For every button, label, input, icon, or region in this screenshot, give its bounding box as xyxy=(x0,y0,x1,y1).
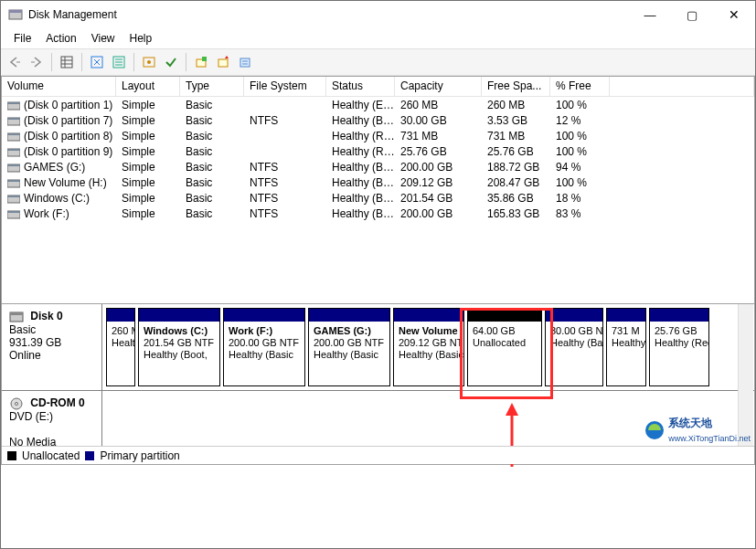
toolbar-separator xyxy=(51,53,52,71)
col-free[interactable]: Free Spa... xyxy=(482,77,550,96)
menu-view[interactable]: View xyxy=(84,30,122,47)
volume-row[interactable]: GAMES (G:)SimpleBasicNTFSHealthy (B…200.… xyxy=(2,159,754,174)
row-volume: GAMES (G:) xyxy=(24,161,85,174)
row-layout: Simple xyxy=(116,99,180,111)
row-pct: 12 % xyxy=(550,114,610,127)
col-layout[interactable]: Layout xyxy=(116,77,180,96)
row-volume: Windows (C:) xyxy=(24,192,90,205)
row-fs: NTFS xyxy=(244,114,326,127)
eject-icon[interactable] xyxy=(213,52,233,72)
partition-status: Healthy (Basic xyxy=(399,349,459,361)
row-fs: NTFS xyxy=(244,192,326,205)
svg-rect-26 xyxy=(7,149,20,151)
row-layout: Simple xyxy=(116,207,180,220)
watermark-text2: www.XiTongTianDi.net xyxy=(668,434,751,443)
column-headers: Volume Layout Type File System Status Ca… xyxy=(2,77,754,97)
menu-file[interactable]: File xyxy=(6,30,38,47)
row-capacity: 200.00 GB xyxy=(395,161,482,174)
partition[interactable]: GAMES (G:)200.00 GB NTFHealthy (Basic xyxy=(308,308,390,386)
partition[interactable]: New Volume209.12 GB NTFHealthy (Basic xyxy=(393,308,464,386)
close-button[interactable]: ✕ xyxy=(713,1,755,28)
svg-rect-14 xyxy=(202,57,207,61)
volume-row[interactable]: (Disk 0 partition 1)SimpleBasicHealthy (… xyxy=(2,97,754,112)
partition-status: Healthy (Boot, xyxy=(144,349,215,361)
row-free: 35.86 GB xyxy=(482,192,550,205)
menubar: File Action View Help xyxy=(1,28,755,48)
volume-row[interactable]: (Disk 0 partition 8)SimpleBasicHealthy (… xyxy=(2,128,754,143)
col-fs[interactable]: File System xyxy=(244,77,326,96)
partition-name: Windows (C:) xyxy=(144,325,215,337)
col-pct[interactable]: % Free xyxy=(550,77,610,96)
row-capacity: 731 MB xyxy=(395,130,482,143)
row-pct: 100 % xyxy=(550,145,610,158)
titlebar: Disk Management — ▢ ✕ xyxy=(1,1,755,28)
volume-row[interactable]: New Volume (H:)SimpleBasicNTFSHealthy (B… xyxy=(2,174,754,190)
volume-row[interactable]: (Disk 0 partition 9)SimpleBasicHealthy (… xyxy=(2,143,754,159)
row-free: 731 MB xyxy=(482,130,550,143)
partition-status: Healt xyxy=(112,337,130,349)
disk-info[interactable]: Disk 0 Basic 931.39 GB Online xyxy=(2,304,102,390)
volume-list-body[interactable]: (Disk 0 partition 1)SimpleBasicHealthy (… xyxy=(2,97,754,303)
disk-status: Online xyxy=(9,349,41,362)
forward-button[interactable] xyxy=(27,52,47,72)
partition[interactable]: 25.76 GBHealthy (Rec xyxy=(649,308,709,386)
svg-rect-15 xyxy=(218,59,228,67)
partition[interactable]: Windows (C:)201.54 GB NTFHealthy (Boot, xyxy=(138,308,220,386)
partition-size: 209.12 GB NTF xyxy=(399,337,459,349)
partition-header xyxy=(224,309,304,322)
partition-strip: 260 MHealtWindows (C:)201.54 GB NTFHealt… xyxy=(102,304,754,390)
row-type: Basic xyxy=(180,207,244,220)
row-capacity: 201.54 GB xyxy=(395,192,482,205)
minimize-button[interactable]: — xyxy=(629,1,671,28)
row-volume: (Disk 0 partition 8) xyxy=(24,130,112,143)
partition-unallocated[interactable]: 64.00 GBUnallocated xyxy=(467,308,542,386)
row-status: Healthy (B… xyxy=(326,176,395,189)
row-type: Basic xyxy=(180,145,244,158)
maximize-button[interactable]: ▢ xyxy=(671,1,713,28)
partition-header xyxy=(546,309,602,322)
col-type[interactable]: Type xyxy=(180,77,244,96)
grid-view-icon[interactable] xyxy=(57,52,77,72)
col-status[interactable]: Status xyxy=(326,77,395,96)
volume-row[interactable]: (Disk 0 partition 7)SimpleBasicNTFSHealt… xyxy=(2,112,754,128)
row-free: 165.83 GB xyxy=(482,207,550,220)
svg-rect-20 xyxy=(7,102,20,104)
new-partition-icon[interactable] xyxy=(191,52,211,72)
row-volume: (Disk 0 partition 7) xyxy=(24,114,112,127)
col-volume[interactable]: Volume xyxy=(2,77,116,96)
row-capacity: 25.76 GB xyxy=(395,145,482,158)
volume-row[interactable]: Work (F:)SimpleBasicNTFSHealthy (B…200.0… xyxy=(2,206,754,221)
partition-status: Healthy (Ba xyxy=(550,337,598,349)
row-layout: Simple xyxy=(116,192,180,205)
partition[interactable]: 731 MHealthy xyxy=(606,308,646,386)
volume-row[interactable]: Windows (C:)SimpleBasicNTFSHealthy (B…20… xyxy=(2,190,754,206)
disk-size: 931.39 GB xyxy=(9,336,61,349)
row-status: Healthy (B… xyxy=(326,192,395,205)
row-pct: 83 % xyxy=(550,207,610,220)
settings-icon[interactable] xyxy=(235,52,255,72)
row-fs: NTFS xyxy=(244,207,326,220)
disk-row-0: Disk 0 Basic 931.39 GB Online 260 MHealt… xyxy=(2,304,754,391)
partition[interactable]: 260 MHealt xyxy=(106,308,135,386)
row-type: Basic xyxy=(180,99,244,111)
row-capacity: 30.00 GB xyxy=(395,114,482,127)
row-volume: (Disk 0 partition 9) xyxy=(24,145,112,158)
row-volume: (Disk 0 partition 1) xyxy=(24,99,112,111)
disk-icon xyxy=(9,311,24,323)
partition-name: GAMES (G:) xyxy=(314,325,385,337)
properties-icon[interactable] xyxy=(139,52,159,72)
menu-help[interactable]: Help xyxy=(122,30,160,47)
menu-action[interactable]: Action xyxy=(38,30,83,47)
row-layout: Simple xyxy=(116,145,180,158)
partition[interactable]: 30.00 GB NTHealthy (Ba xyxy=(545,308,603,386)
row-fs: NTFS xyxy=(244,176,326,189)
refresh-icon[interactable] xyxy=(87,52,107,72)
row-free: 208.47 GB xyxy=(482,176,550,189)
list-icon[interactable] xyxy=(109,52,129,72)
check-icon[interactable] xyxy=(161,52,181,72)
svg-rect-1 xyxy=(9,10,22,13)
back-button[interactable] xyxy=(5,52,25,72)
col-capacity[interactable]: Capacity xyxy=(395,77,482,96)
partition[interactable]: Work (F:)200.00 GB NTFHealthy (Basic xyxy=(223,308,305,386)
row-capacity: 200.00 GB xyxy=(395,207,482,220)
